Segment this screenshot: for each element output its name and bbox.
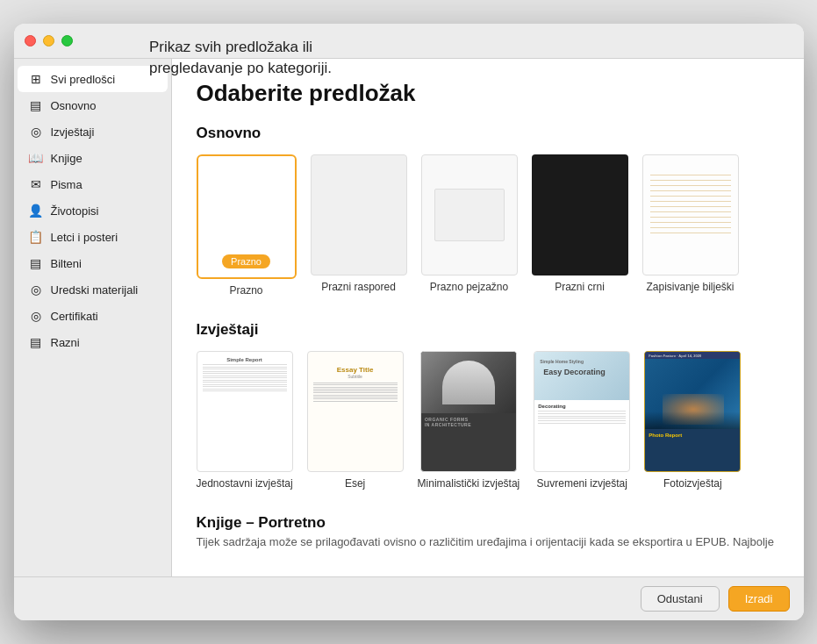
template-prazni-raspored-thumb[interactable] xyxy=(311,154,407,275)
template-prazno[interactable]: Prazno Prazno xyxy=(197,154,297,297)
template-prazno-pejzazno[interactable]: Prazno pejzažno xyxy=(421,154,518,297)
template-prazno-pejzazno-label: Prazno pejzažno xyxy=(430,281,508,293)
template-suvremeni[interactable]: Simple Home Styling Easy Decorating Deco… xyxy=(534,351,630,490)
letter-icon: ✉ xyxy=(28,176,44,192)
titlebar xyxy=(14,24,804,59)
sidebar-item-certifikati[interactable]: ◎ Certifikati xyxy=(18,303,168,329)
template-jednostavni[interactable]: Simple Report xyxy=(197,351,293,490)
template-prazni-crni[interactable]: Prazni crni xyxy=(532,154,628,297)
misc-icon: ▤ xyxy=(28,334,44,350)
template-zapisivanje-label: Zapisivanje bilješki xyxy=(646,281,734,293)
sidebar-item-zivotopisi[interactable]: 👤 Životopisi xyxy=(18,197,168,224)
sidebar-item-razni[interactable]: ▤ Razni xyxy=(18,329,168,355)
sidebar-item-osnovno[interactable]: ▤ Osnovno xyxy=(18,92,168,118)
content-area: Odaberite predložak Osnovno Prazno Prazn… xyxy=(172,59,804,576)
sidebar-item-pisma[interactable]: ✉ Pisma xyxy=(18,171,168,197)
template-jednostavni-thumb[interactable]: Simple Report xyxy=(197,351,293,472)
template-esej-label: Esej xyxy=(345,477,365,490)
template-prazni-crni-thumb[interactable] xyxy=(532,154,628,275)
cert-icon: ◎ xyxy=(28,308,44,324)
landscape-inner xyxy=(434,189,505,241)
template-suvremeni-thumb[interactable]: Simple Home Styling Easy Decorating Deco… xyxy=(534,351,630,472)
minimize-button[interactable] xyxy=(43,35,54,47)
template-minimalisticki-thumb[interactable]: ORGANIC FORMS IN ARCHITECTURE xyxy=(420,351,517,472)
doc-icon: ▤ xyxy=(28,97,44,113)
book-icon: 📖 xyxy=(28,150,44,166)
tooltip-text: Prikaz svih predložaka ili pregledavanje… xyxy=(149,37,332,79)
osnovno-grid: Prazno Prazno Prazni raspored xyxy=(197,154,779,297)
newsletter-icon: ▤ xyxy=(28,255,44,271)
sidebar-item-izvjestaji[interactable]: ◎ Izvještaji xyxy=(18,118,168,145)
template-minimalisticki[interactable]: ORGANIC FORMS IN ARCHITECTURE Minimalist… xyxy=(418,351,520,490)
section-osnovno-title: Osnovno xyxy=(197,125,779,142)
grid-icon: ⊞ xyxy=(28,71,44,87)
person-icon: 👤 xyxy=(28,203,44,218)
template-esej[interactable]: Essay Title Subtitle xyxy=(307,351,404,490)
decorating-text: Easy Decorating xyxy=(543,368,606,378)
sidebar-item-letci[interactable]: 📋 Letci i posteri xyxy=(18,224,168,250)
main-window: ⊞ Svi predlošci ▤ Osnovno ◎ Izvještaji 📖… xyxy=(14,24,804,620)
template-suvremeni-label: Suvremeni izvještaj xyxy=(537,477,627,490)
sidebar-item-svi[interactable]: ⊞ Svi predlošci xyxy=(18,66,168,92)
close-button[interactable] xyxy=(25,35,36,47)
prazno-badge: Prazno xyxy=(222,254,270,268)
template-foto[interactable]: Fashion Feature · April 14, 2020 Photo R… xyxy=(644,351,741,490)
template-prazni-raspored[interactable]: Prazni raspored xyxy=(311,154,407,297)
sidebar: ⊞ Svi predlošci ▤ Osnovno ◎ Izvještaji 📖… xyxy=(14,59,172,576)
report-icon: ◎ xyxy=(28,124,44,140)
section-knjige-subtitle: Tijek sadržaja može se prilagođavati ovi… xyxy=(197,535,779,548)
template-esej-thumb[interactable]: Essay Title Subtitle xyxy=(307,351,404,472)
zoom-button[interactable] xyxy=(61,35,73,47)
template-foto-thumb[interactable]: Fashion Feature · April 14, 2020 Photo R… xyxy=(644,351,741,472)
create-button[interactable]: Izradi xyxy=(728,586,790,612)
sidebar-item-bilteni[interactable]: ▤ Bilteni xyxy=(18,250,168,276)
template-foto-label: Fotoizvještaj xyxy=(663,477,722,490)
template-prazno-pejzazno-thumb[interactable] xyxy=(421,154,518,275)
sidebar-item-knjige[interactable]: 📖 Knjige xyxy=(18,145,168,171)
section-izvjestaji-title: Izvještaji xyxy=(197,321,779,339)
flyer-icon: 📋 xyxy=(28,229,44,245)
template-prazno-thumb[interactable]: Prazno xyxy=(197,154,297,279)
sidebar-item-uredski[interactable]: ◎ Uredski materijali xyxy=(18,276,168,303)
template-prazni-raspored-label: Prazni raspored xyxy=(321,281,396,293)
izvjestaji-grid: Simple Report xyxy=(197,351,779,490)
office-icon: ◎ xyxy=(28,282,44,297)
cancel-button[interactable]: Odustani xyxy=(641,586,720,612)
section-knjige-title: Knjige – Portretno xyxy=(197,514,779,532)
template-zapisivanje-thumb[interactable] xyxy=(642,154,739,275)
page-title: Odaberite predložak xyxy=(197,80,779,107)
template-jednostavni-label: Jednostavni izvještaj xyxy=(197,477,293,490)
template-zapisivanje[interactable]: Zapisivanje bilješki xyxy=(642,154,739,297)
template-prazno-label: Prazno xyxy=(229,284,262,297)
template-minimalisticki-label: Minimalistički izvještaj xyxy=(418,477,520,490)
footer: Odustani Izradi xyxy=(14,576,804,620)
template-prazni-crni-label: Prazni crni xyxy=(555,281,605,293)
